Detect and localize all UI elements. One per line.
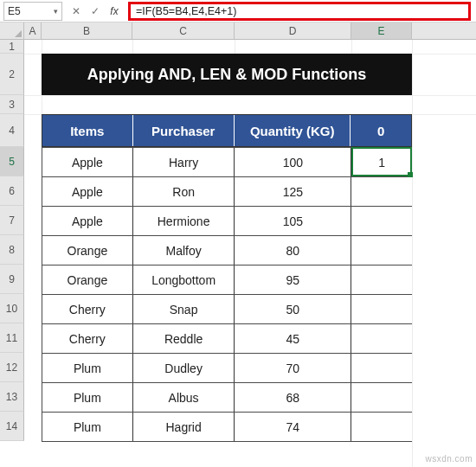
cell-reference: E5 [8, 5, 54, 17]
cell-items[interactable]: Apple [42, 207, 133, 235]
cell-extra[interactable] [351, 354, 412, 382]
cell-items[interactable]: Apple [42, 177, 133, 206]
data-table: Items Purchaser Quantity (KG) 0 AppleHar… [42, 114, 412, 442]
accept-icon[interactable]: ✓ [87, 3, 104, 20]
title-text: Applying AND, LEN & MOD Functions [87, 66, 366, 84]
cell-quantity[interactable]: 105 [235, 207, 351, 235]
table-row[interactable]: OrangeMalfoy80 [42, 236, 412, 265]
cell-extra[interactable] [351, 177, 412, 206]
cell-quantity[interactable]: 95 [235, 265, 351, 294]
column-header-e[interactable]: E [351, 22, 412, 39]
cell-extra[interactable] [351, 295, 412, 323]
formula-text: =IF(B5=B4,E4,E4+1) [136, 5, 236, 17]
row-header-7[interactable]: 7 [0, 206, 24, 235]
table-row[interactable]: AppleHermione105 [42, 207, 412, 236]
row-header-10[interactable]: 10 [0, 294, 24, 323]
cell-extra[interactable] [351, 324, 412, 353]
table-header-row: Items Purchaser Quantity (KG) 0 [42, 114, 412, 147]
row-header-8[interactable]: 8 [0, 235, 24, 265]
cell-quantity[interactable]: 74 [235, 413, 351, 441]
table-row[interactable]: CherryReddle45 [42, 324, 412, 354]
cell-purchaser[interactable]: Reddle [133, 324, 235, 353]
table-row[interactable]: OrangeLongbottom95 [42, 265, 412, 295]
cell-items[interactable]: Apple [42, 148, 133, 176]
table-row[interactable]: CherrySnap50 [42, 295, 412, 324]
header-items[interactable]: Items [42, 115, 133, 146]
name-box-dropdown-icon[interactable]: ▾ [54, 7, 58, 16]
cell-purchaser[interactable]: Malfoy [133, 236, 235, 265]
cell-items[interactable]: Cherry [42, 324, 133, 353]
cell-items[interactable]: Cherry [42, 295, 133, 323]
header-extra[interactable]: 0 [351, 115, 411, 146]
cell-items[interactable]: Plum [42, 354, 133, 382]
table-row[interactable]: AppleRon125 [42, 177, 412, 207]
cell-purchaser[interactable]: Harry [133, 148, 235, 176]
formula-controls: ✕ ✓ fx [68, 3, 123, 20]
column-header-d[interactable]: D [235, 22, 351, 39]
row-header-9[interactable]: 9 [0, 265, 24, 294]
name-box[interactable]: E5 ▾ [3, 2, 62, 21]
header-purchaser[interactable]: Purchaser [133, 115, 235, 146]
table-row[interactable]: AppleHarry1001 [42, 148, 412, 177]
watermark: wsxdn.com [425, 454, 473, 464]
row-header-1[interactable]: 1 [0, 40, 24, 54]
row-header-13[interactable]: 13 [0, 382, 24, 412]
row-header-12[interactable]: 12 [0, 353, 24, 382]
cell-quantity[interactable]: 125 [235, 177, 351, 206]
column-header-b[interactable]: B [42, 22, 132, 39]
select-all-corner[interactable] [0, 22, 24, 40]
cell-items[interactable]: Orange [42, 236, 133, 265]
row-header-11[interactable]: 11 [0, 323, 24, 353]
cell-purchaser[interactable]: Hagrid [133, 413, 235, 441]
cell-extra[interactable] [351, 236, 412, 265]
table-row[interactable]: PlumDudley70 [42, 354, 412, 383]
cell-quantity[interactable]: 68 [235, 383, 351, 412]
row-headers: 1 2 3 4 5 6 7 8 9 10 11 12 13 14 [0, 40, 24, 441]
row-header-6[interactable]: 6 [0, 176, 24, 206]
cell-items[interactable]: Plum [42, 383, 133, 412]
column-headers: A B C D E [24, 22, 476, 40]
row-header-5[interactable]: 5 [0, 147, 24, 176]
row-header-3[interactable]: 3 [0, 95, 24, 114]
cell-extra[interactable] [351, 265, 412, 294]
row-header-2[interactable]: 2 [0, 54, 24, 95]
cell-purchaser[interactable]: Ron [133, 177, 235, 206]
table-row[interactable]: PlumAlbus68 [42, 383, 412, 413]
cell-purchaser[interactable]: Dudley [133, 354, 235, 382]
cell-extra[interactable] [351, 207, 412, 235]
cell-items[interactable]: Orange [42, 265, 133, 294]
cancel-icon[interactable]: ✕ [68, 3, 85, 20]
cell-quantity[interactable]: 80 [235, 236, 351, 265]
cell-purchaser[interactable]: Longbottom [133, 265, 235, 294]
cell-purchaser[interactable]: Hermione [133, 207, 235, 235]
cell-items[interactable]: Plum [42, 413, 133, 441]
column-header-c[interactable]: C [132, 22, 235, 39]
cell-quantity[interactable]: 50 [235, 295, 351, 323]
formula-bar: E5 ▾ ✕ ✓ fx =IF(B5=B4,E4,E4+1) [0, 0, 476, 22]
column-header-a[interactable]: A [24, 22, 42, 39]
table-body: AppleHarry1001AppleRon125AppleHermione10… [42, 147, 412, 442]
fx-button[interactable]: fx [106, 3, 123, 20]
cell-quantity[interactable]: 70 [235, 354, 351, 382]
row-header-14[interactable]: 14 [0, 412, 24, 441]
cell-quantity[interactable]: 100 [235, 148, 351, 176]
cell-purchaser[interactable]: Snap [133, 295, 235, 323]
cell-purchaser[interactable]: Albus [133, 383, 235, 412]
cell-extra[interactable]: 1 [351, 148, 412, 176]
formula-input[interactable]: =IF(B5=B4,E4,E4+1) [128, 2, 471, 21]
header-quantity[interactable]: Quantity (KG) [235, 115, 351, 146]
cell-quantity[interactable]: 45 [235, 324, 351, 353]
table-row[interactable]: PlumHagrid74 [42, 413, 412, 442]
row-header-4[interactable]: 4 [0, 114, 24, 147]
page-title: Applying AND, LEN & MOD Functions [42, 54, 412, 95]
cell-extra[interactable] [351, 413, 412, 441]
cell-extra[interactable] [351, 383, 412, 412]
